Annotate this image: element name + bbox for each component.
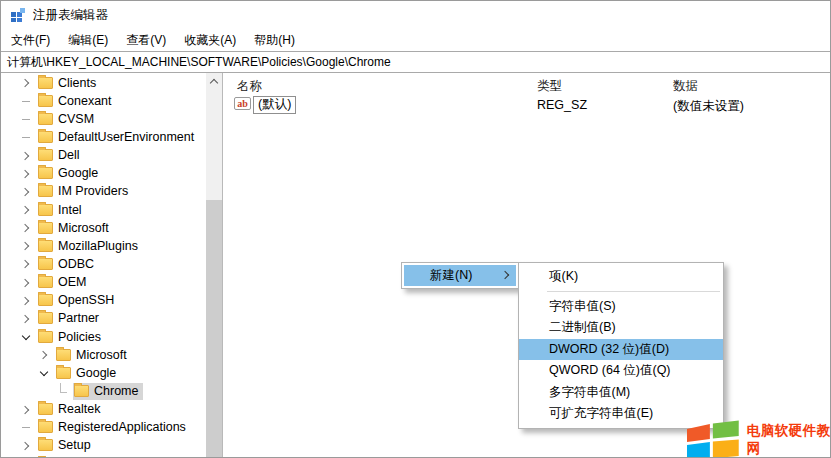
menubar-item-h[interactable]: 帮助(H) bbox=[245, 29, 304, 52]
tree-item-clients[interactable]: Clients bbox=[1, 74, 206, 92]
tree-item-im-providers[interactable]: IM Providers bbox=[1, 183, 206, 201]
folder-icon bbox=[56, 349, 71, 361]
chevron-right-icon[interactable] bbox=[19, 185, 33, 199]
tree-item-openssh[interactable]: OpenSSH bbox=[1, 292, 206, 310]
tree-node: Setup bbox=[37, 437, 94, 454]
chevron-right-icon[interactable] bbox=[19, 221, 33, 235]
tree-item-registeredapplications[interactable]: RegisteredApplications bbox=[1, 419, 206, 437]
submenu-item-label: 二进制值(B) bbox=[549, 319, 616, 336]
tree-item-oem[interactable]: OEM bbox=[1, 274, 206, 292]
tree-item-label: Partner bbox=[58, 311, 99, 325]
scrollbar-thumb[interactable] bbox=[206, 200, 222, 458]
chevron-right-icon[interactable] bbox=[19, 257, 33, 271]
chevron-right-icon[interactable] bbox=[19, 439, 33, 453]
tree-item-chrome[interactable]: Chrome bbox=[1, 382, 206, 400]
tree-node: CVSM bbox=[37, 111, 97, 128]
tree-item-policies[interactable]: Policies bbox=[1, 328, 206, 346]
tree-node: OpenSSH bbox=[37, 292, 117, 309]
submenu-item-label: QWORD (64 位)值(Q) bbox=[549, 362, 671, 379]
tree-item-label: OEM bbox=[58, 275, 86, 289]
chevron-down-icon[interactable] bbox=[37, 366, 51, 380]
context-menu: 新建(N) bbox=[401, 262, 519, 289]
tree-item-label: MozillaPlugins bbox=[58, 239, 138, 253]
value-row-default[interactable]: ab (默认) REG_SZ (数值未设置) bbox=[223, 96, 830, 115]
new-submenu: 项(K)字符串值(S)二进制值(B)DWORD (32 位)值(D)QWORD … bbox=[518, 262, 724, 429]
chevron-right-icon[interactable] bbox=[19, 149, 33, 163]
menubar-item-v[interactable]: 查看(V) bbox=[117, 29, 175, 52]
submenu-item-dword-32-d[interactable]: DWORD (32 位)值(D) bbox=[519, 339, 723, 361]
folder-icon bbox=[38, 149, 53, 161]
value-type: REG_SZ bbox=[537, 98, 587, 112]
folder-icon bbox=[56, 367, 71, 379]
chevron-right-icon[interactable] bbox=[19, 312, 33, 326]
tree-item-label: IM Providers bbox=[58, 184, 128, 198]
tree-item-label: DefaultUserEnvironment bbox=[58, 130, 194, 144]
tree-item-partner[interactable]: Partner bbox=[1, 310, 206, 328]
folder-icon bbox=[38, 312, 53, 324]
column-header-type[interactable]: 类型 bbox=[537, 78, 562, 95]
tree-item-dell[interactable]: Dell bbox=[1, 147, 206, 165]
menu-separator bbox=[547, 291, 720, 292]
tree-line-dash-icon bbox=[19, 421, 33, 435]
tree-item-odbc[interactable]: ODBC bbox=[1, 255, 206, 273]
column-header-name[interactable]: 名称 bbox=[237, 78, 262, 95]
tree-item-label: Microsoft bbox=[58, 221, 109, 235]
tree-item-label: Intel bbox=[58, 203, 82, 217]
folder-icon bbox=[38, 77, 53, 89]
chevron-down-icon[interactable] bbox=[19, 330, 33, 344]
tree-node: RegisteredApplications bbox=[37, 419, 189, 436]
tree-line-elbow-icon bbox=[55, 384, 69, 398]
chevron-right-icon[interactable] bbox=[19, 276, 33, 290]
folder-icon bbox=[38, 331, 53, 343]
scroll-up-icon[interactable] bbox=[206, 73, 222, 88]
tree-item-google[interactable]: Google bbox=[1, 165, 206, 183]
tree-item-cvsm[interactable]: CVSM bbox=[1, 110, 206, 128]
tree-item-mozillaplugins[interactable]: MozillaPlugins bbox=[1, 237, 206, 255]
submenu-item-b[interactable]: 二进制值(B) bbox=[519, 317, 723, 339]
chevron-right-icon[interactable] bbox=[19, 294, 33, 308]
tree-item-microsoft[interactable]: Microsoft bbox=[1, 346, 206, 364]
menubar-item-a[interactable]: 收藏夹(A) bbox=[175, 29, 245, 52]
chevron-right-icon[interactable] bbox=[37, 348, 51, 362]
chevron-right-icon[interactable] bbox=[19, 167, 33, 181]
tree-item-label: Setup bbox=[58, 438, 91, 452]
submenu-item-label: DWORD (32 位)值(D) bbox=[549, 341, 669, 358]
folder-icon bbox=[38, 294, 53, 306]
tree-item-conexant[interactable]: Conexant bbox=[1, 92, 206, 110]
tree-node: Google bbox=[55, 365, 119, 382]
context-menu-item-new[interactable]: 新建(N) bbox=[404, 265, 516, 286]
regedit-window: 注册表编辑器 文件(F)编辑(E)查看(V)收藏夹(A)帮助(H) 计算机\HK… bbox=[0, 0, 831, 458]
chevron-right-icon[interactable] bbox=[19, 203, 33, 217]
menubar-item-e[interactable]: 编辑(E) bbox=[59, 29, 117, 52]
column-header-data[interactable]: 数据 bbox=[673, 78, 698, 95]
menubar-item-f[interactable]: 文件(F) bbox=[2, 29, 59, 52]
tree: ClientsConexantCVSMDefaultUserEnvironmen… bbox=[1, 74, 206, 458]
tree-scrollbar[interactable] bbox=[206, 73, 222, 458]
submenu-item-m[interactable]: 多字符串值(M) bbox=[519, 382, 723, 404]
tree-item-realtek[interactable]: Realtek bbox=[1, 401, 206, 419]
tree-item-label: Chrome bbox=[94, 384, 138, 398]
tree-item-intel[interactable]: Intel bbox=[1, 201, 206, 219]
tree-item-google[interactable]: Google bbox=[1, 364, 206, 382]
tree-node: Partner bbox=[37, 310, 102, 327]
submenu-item-qword-64-q[interactable]: QWORD (64 位)值(Q) bbox=[519, 360, 723, 382]
folder-icon bbox=[38, 421, 53, 433]
submenu-item-k[interactable]: 项(K) bbox=[519, 266, 723, 288]
folder-icon bbox=[38, 240, 53, 252]
chevron-right-icon[interactable] bbox=[19, 239, 33, 253]
tree-item-microsoft[interactable]: Microsoft bbox=[1, 219, 206, 237]
address-bar[interactable]: 计算机\HKEY_LOCAL_MACHINE\SOFTWARE\Policies… bbox=[1, 51, 830, 73]
value-name[interactable]: (默认) bbox=[253, 96, 296, 114]
tree-node: Microsoft bbox=[37, 220, 112, 237]
chevron-right-icon[interactable] bbox=[19, 76, 33, 90]
tree-node: Clients bbox=[37, 75, 99, 92]
folder-icon bbox=[38, 185, 53, 197]
tree-line-dash-icon bbox=[19, 94, 33, 108]
tree-selection: Chrome bbox=[73, 383, 143, 400]
submenu-item-s[interactable]: 字符串值(S) bbox=[519, 296, 723, 318]
tree-item-setup[interactable]: Setup bbox=[1, 437, 206, 455]
tree-item-defaultuserenvironment[interactable]: DefaultUserEnvironment bbox=[1, 128, 206, 146]
registry-icon bbox=[10, 7, 26, 23]
chevron-right-icon[interactable] bbox=[19, 403, 33, 417]
tree-item-label: Google bbox=[58, 166, 98, 180]
